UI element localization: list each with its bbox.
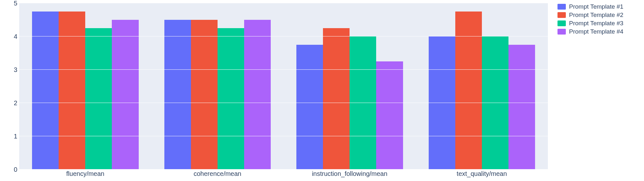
legend-item[interactable]: Prompt Template #1	[557, 3, 638, 10]
y-tick-label: 1	[14, 133, 17, 140]
bar[interactable]	[376, 61, 403, 169]
gridline	[19, 169, 548, 169]
bars-layer	[19, 3, 548, 169]
legend-item[interactable]: Prompt Template #4	[557, 28, 638, 35]
bar[interactable]	[164, 20, 191, 169]
y-tick-label: 2	[14, 99, 17, 107]
legend-item[interactable]: Prompt Template #2	[557, 12, 638, 19]
x-tick-label: coherence/mean	[152, 169, 284, 178]
gridline	[19, 3, 548, 3]
legend: Prompt Template #1Prompt Template #2Prom…	[548, 3, 638, 178]
category-group	[284, 3, 416, 169]
bar[interactable]	[32, 12, 59, 169]
gridline	[19, 69, 548, 70]
legend-swatch	[557, 4, 566, 10]
gridline	[19, 103, 548, 103]
legend-swatch	[557, 20, 566, 26]
x-axis: fluency/meancoherence/meaninstruction_fo…	[19, 169, 548, 178]
bar[interactable]	[429, 36, 455, 169]
bar[interactable]	[218, 28, 244, 169]
bar[interactable]	[112, 20, 138, 169]
category-group	[416, 3, 548, 169]
gridline	[19, 136, 548, 136]
bar[interactable]	[244, 20, 271, 169]
bar[interactable]	[350, 36, 376, 169]
bar[interactable]	[59, 12, 85, 169]
legend-label: Prompt Template #4	[569, 28, 623, 35]
y-tick-label: 5	[14, 0, 17, 7]
y-axis: 012345	[6, 3, 19, 178]
chart-wrapper: 012345 fluency/meancoherence/meaninstruc…	[6, 3, 548, 178]
bar[interactable]	[508, 45, 535, 169]
chart-container: 012345 fluency/meancoherence/meaninstruc…	[0, 0, 644, 181]
plot-area[interactable]	[19, 3, 548, 169]
y-tick-label: 4	[14, 33, 17, 40]
x-tick-label: instruction_following/mean	[284, 169, 416, 178]
bar[interactable]	[85, 28, 112, 169]
legend-swatch	[557, 29, 566, 35]
y-tick-label: 3	[14, 66, 17, 74]
category-group	[152, 3, 284, 169]
bar[interactable]	[323, 28, 350, 169]
gridline	[19, 36, 548, 36]
legend-label: Prompt Template #3	[569, 20, 623, 27]
x-tick-label: text_quality/mean	[416, 169, 548, 178]
legend-label: Prompt Template #1	[569, 3, 623, 10]
legend-label: Prompt Template #2	[569, 12, 623, 19]
legend-swatch	[557, 12, 566, 18]
bar[interactable]	[455, 12, 482, 169]
category-group	[19, 3, 152, 169]
plot-column: fluency/meancoherence/meaninstruction_fo…	[19, 3, 548, 178]
x-tick-label: fluency/mean	[19, 169, 152, 178]
bar[interactable]	[191, 20, 218, 169]
legend-item[interactable]: Prompt Template #3	[557, 20, 638, 27]
bar[interactable]	[482, 36, 508, 169]
bar[interactable]	[296, 45, 323, 169]
y-tick-label: 0	[14, 166, 17, 173]
